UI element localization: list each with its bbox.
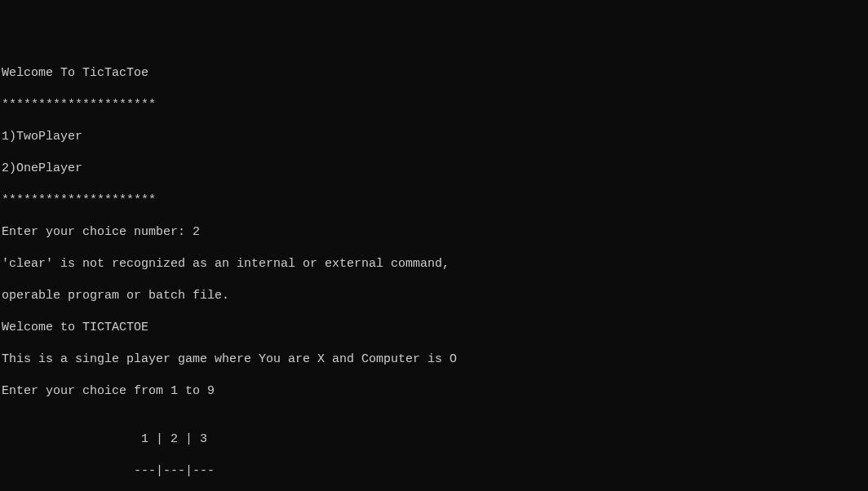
game-description: This is a single player game where You a… <box>2 352 868 368</box>
game-instruction: Enter your choice from 1 to 9 <box>2 383 868 400</box>
reference-board-row1: 1 | 2 | 3 <box>2 431 868 448</box>
reference-board-divider: ---|---|--- <box>2 463 868 480</box>
menu-option-oneplayer: 2)OnePlayer <box>2 161 868 177</box>
error-message-line1: 'clear' is not recognized as an internal… <box>2 256 868 272</box>
divider-stars: ********************* <box>2 192 868 209</box>
choice-prompt-with-input: Enter your choice number: 2 <box>2 224 868 241</box>
divider-stars: ********************* <box>2 97 868 113</box>
error-message-line2: operable program or batch file. <box>2 288 868 304</box>
welcome-text-2: Welcome to TICTACTOE <box>2 320 868 336</box>
welcome-text: Welcome To TicTacToe <box>2 65 868 82</box>
menu-option-twoplayer: 1)TwoPlayer <box>2 129 868 145</box>
